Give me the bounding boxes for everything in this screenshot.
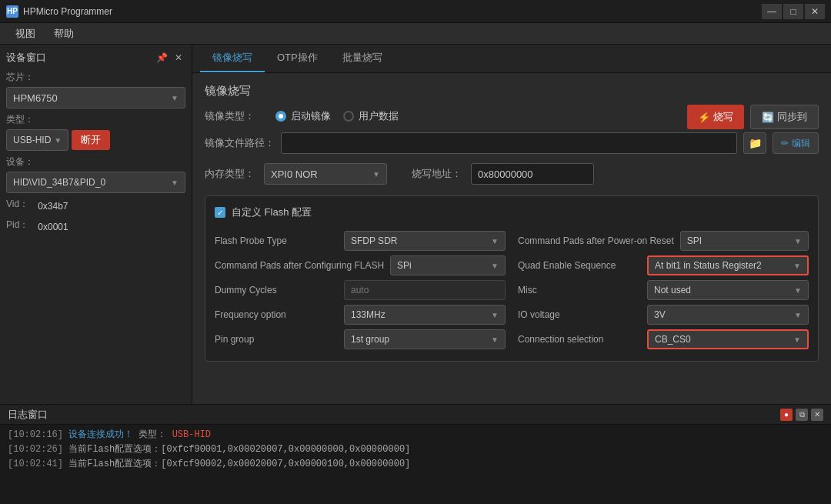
log-title: 日志窗口 — [8, 408, 48, 422]
cmd-pads-reset-row: Command Pads after Power-on Reset SPI ▼ — [518, 229, 809, 253]
memory-row: 内存类型： XPI0 NOR ▼ 烧写地址： 0x80000000 — [205, 163, 819, 185]
cmd-pads-config-select[interactable]: SPi ▼ — [390, 255, 506, 275]
frequency-option-label: Frequency option — [215, 309, 338, 320]
chip-chevron-icon: ▼ — [171, 94, 179, 102]
log-close-button[interactable]: ✕ — [811, 409, 823, 421]
close-button[interactable]: ✕ — [805, 4, 825, 19]
file-path-input[interactable] — [281, 132, 737, 154]
burn-addr-label: 烧写地址： — [412, 167, 462, 181]
flash-enable-checkbox[interactable] — [215, 207, 225, 218]
misc-label: Misc — [518, 285, 641, 295]
radio-boot-label: 启动镜像 — [291, 109, 331, 123]
flash-probe-type-select[interactable]: SFDP SDR ▼ — [344, 231, 506, 251]
file-path-label: 镜像文件路径： — [205, 136, 275, 150]
vid-section: Vid： 0x34b7 — [6, 198, 185, 214]
io-voltage-chevron-icon: ▼ — [794, 311, 802, 319]
radio-user[interactable]: 用户数据 — [343, 109, 399, 123]
quad-enable-select[interactable]: At bit1 in Status Register2 ▼ — [647, 255, 809, 275]
misc-chevron-icon: ▼ — [794, 286, 802, 295]
device-dropdown[interactable]: HID\VID_34B7&PID_0 ▼ — [6, 172, 185, 193]
log-header: 日志窗口 ● ⧉ ✕ — [0, 405, 831, 425]
app-icon: HP — [6, 5, 18, 18]
connection-selection-row: Connection selection CB_CS0 ▼ — [518, 327, 809, 352]
quad-enable-row: Quad Enable Sequence At bit1 in Status R… — [518, 253, 809, 278]
device-label: 设备： — [6, 155, 185, 169]
cmd-pads-reset-label: Command Pads after Power-on Reset — [518, 235, 674, 246]
log-area: 日志窗口 ● ⧉ ✕ [10:02:16] 设备连接成功！ 类型： USB-HI… — [0, 404, 831, 504]
sync-button[interactable]: 🔄 同步到 — [750, 105, 819, 129]
minimize-button[interactable]: — — [762, 4, 782, 19]
device-value: HID\VID_34B7&PID_0 — [13, 177, 105, 188]
log-stop-button[interactable]: ● — [780, 409, 793, 421]
file-path-row: 镜像文件路径： 📁 ✏ 编辑 — [205, 132, 819, 154]
io-voltage-select[interactable]: 3V ▼ — [647, 305, 809, 325]
dummy-cycles-row: Dummy Cycles auto — [215, 278, 506, 302]
log-time-2: [10:02:26] — [8, 444, 63, 455]
window-controls: — □ ✕ — [762, 4, 825, 19]
frequency-option-chevron-icon: ▼ — [491, 311, 499, 319]
pid-label: Pid： — [6, 219, 28, 232]
cmd-pads-reset-select[interactable]: SPI ▼ — [680, 231, 809, 251]
edit-button[interactable]: ✏ 编辑 — [773, 132, 819, 154]
chip-dropdown[interactable]: HPM6750 ▼ — [6, 87, 185, 108]
dummy-cycles-label: Dummy Cycles — [215, 285, 338, 295]
log-copy-button[interactable]: ⧉ — [796, 409, 808, 421]
memory-type-select[interactable]: XPI0 NOR ▼ — [264, 163, 387, 185]
misc-select[interactable]: Not used ▼ — [647, 280, 809, 300]
flash-probe-type-chevron-icon: ▼ — [491, 237, 499, 245]
sidebar-title: 设备窗口 — [6, 51, 46, 65]
burn-icon: ⚡ — [698, 112, 710, 123]
misc-row: Misc Not used ▼ — [518, 278, 809, 302]
radio-user-circle — [343, 111, 354, 122]
type-chevron-icon: ▼ — [54, 136, 62, 145]
top-actions: ⚡ 烧写 🔄 同步到 — [687, 105, 819, 129]
folder-icon: 📁 — [749, 137, 762, 149]
log-keyword-1: USB-HID — [172, 429, 211, 440]
cmd-pads-reset-chevron-icon: ▼ — [794, 237, 802, 245]
radio-boot[interactable]: 启动镜像 — [275, 109, 331, 123]
vid-value: 0x34b7 — [35, 199, 71, 213]
tab-burn[interactable]: 镜像烧写 — [200, 45, 265, 72]
pin-group-row: Pin group 1st group ▼ — [215, 327, 506, 352]
connection-selection-chevron-icon: ▼ — [793, 335, 801, 344]
maximize-button[interactable]: □ — [783, 4, 803, 19]
pin-group-label: Pin group — [215, 334, 338, 345]
vid-label: Vid： — [6, 198, 28, 211]
image-type-radio-group: 启动镜像 用户数据 — [275, 109, 399, 123]
flash-probe-type-label: Flash Probe Type — [215, 235, 338, 246]
pid-value: 0x0001 — [35, 220, 71, 234]
type-dropdown[interactable]: USB-HID ▼ — [6, 129, 68, 151]
log-highlight-1: 设备连接成功！ — [68, 429, 133, 440]
quad-enable-label: Quad Enable Sequence — [518, 260, 641, 271]
device-chevron-icon: ▼ — [171, 179, 179, 187]
menu-help[interactable]: 帮助 — [45, 24, 83, 44]
tab-batch[interactable]: 批量烧写 — [330, 45, 395, 72]
frequency-option-select[interactable]: 133MHz ▼ — [344, 305, 506, 325]
quad-enable-chevron-icon: ▼ — [793, 262, 801, 270]
sidebar-close-button[interactable]: ✕ — [172, 51, 185, 65]
burn-addr-value: 0x80000000 — [471, 163, 594, 185]
tab-otp[interactable]: OTP操作 — [265, 45, 330, 72]
panel-title: 镜像烧写 — [205, 84, 819, 98]
sidebar-icon-group: 📌 ✕ — [155, 51, 185, 65]
menu-view[interactable]: 视图 — [6, 24, 45, 44]
log-content: [10:02:16] 设备连接成功！ 类型： USB-HID [10:02:26… — [0, 425, 831, 504]
burn-button[interactable]: ⚡ 烧写 — [687, 105, 744, 129]
type-value: USB-HID — [13, 135, 51, 145]
log-time-3: [10:02:41] — [8, 459, 63, 469]
pid-section: Pid： 0x0001 — [6, 219, 185, 235]
pin-button[interactable]: 📌 — [155, 51, 169, 65]
io-voltage-row: IO voltage 3V ▼ — [518, 302, 809, 327]
pin-group-select[interactable]: 1st group ▼ — [344, 329, 506, 349]
edit-icon: ✏ — [781, 138, 789, 149]
title-bar: HP HPMicro Programmer — □ ✕ — [0, 0, 831, 23]
connection-selection-select[interactable]: CB_CS0 ▼ — [647, 329, 809, 349]
type-section: 类型： USB-HID ▼ 断开 — [6, 113, 185, 151]
menu-bar: 视图 帮助 — [0, 23, 831, 45]
content-wrapper: 镜像烧写 OTP操作 批量烧写 ⚡ 烧写 🔄 同步到 镜像烧写 镜像类型： — [192, 45, 831, 404]
flash-section-title: 自定义 Flash 配置 — [232, 205, 312, 219]
frequency-option-row: Frequency option 133MHz ▼ — [215, 302, 506, 327]
folder-button[interactable]: 📁 — [743, 132, 766, 154]
disconnect-button[interactable]: 断开 — [72, 130, 110, 150]
tab-bar: 镜像烧写 OTP操作 批量烧写 — [192, 45, 831, 73]
